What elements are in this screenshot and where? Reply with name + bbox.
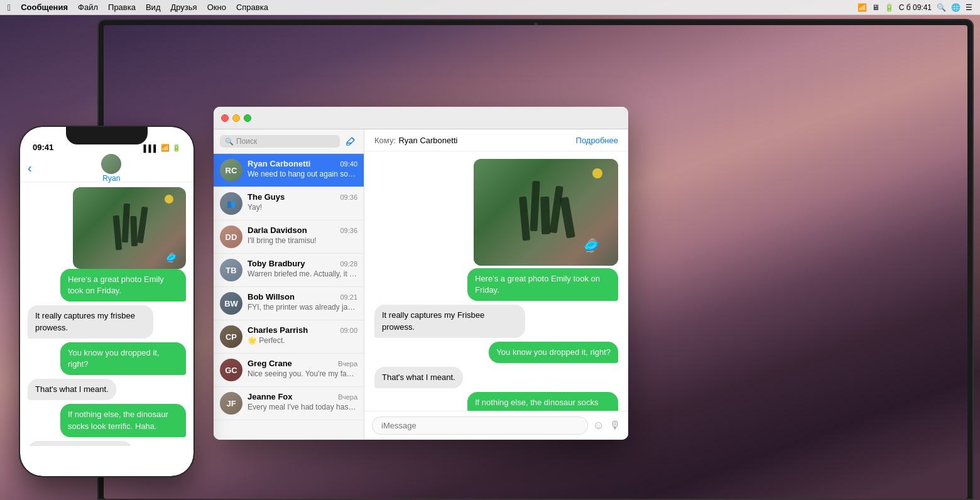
menu-bar:  Сообщения Файл Правка Вид Друзья Окно …: [0, 0, 980, 15]
conv-toby-bradbury[interactable]: TB Toby Bradbury 09:28 Warren briefed me…: [214, 254, 364, 287]
apple-menu[interactable]: : [8, 3, 11, 13]
file-menu[interactable]: Файл: [78, 3, 98, 12]
iphone-message-photo-row: Here's a great photo Emily took on Frida…: [28, 187, 186, 302]
iphone-message-row-2: You know you dropped it, right?: [28, 342, 186, 375]
message-bubble: It really captures my Frisbee prowess.: [374, 305, 525, 337]
conv-time: 09:00: [340, 327, 357, 334]
details-button[interactable]: Подробнее: [576, 136, 618, 145]
search-bar: 🔍 Поиск: [214, 129, 364, 154]
back-button[interactable]: ‹: [28, 161, 32, 175]
conv-charles-parrish[interactable]: CP Charles Parrish 09:00 🌟 Perfect.: [214, 320, 364, 354]
contact-name[interactable]: Ryan: [102, 174, 120, 183]
conv-preview: 🌟 Perfect.: [248, 336, 357, 345]
maximize-button[interactable]: [244, 114, 251, 122]
conv-name: Darla Davidson: [248, 226, 307, 235]
signal-icon: ▌▌▌: [144, 144, 158, 152]
close-button[interactable]: [221, 114, 229, 122]
iphone-bubble: If nothing else, the dinosaur socks look…: [60, 404, 186, 437]
conv-avatar: GC: [220, 359, 242, 381]
conv-avatar: 👥: [220, 192, 242, 215]
compose-button[interactable]: [344, 134, 357, 148]
iphone-message-row-1: It really captures my frisbee prowess.: [28, 305, 186, 338]
iphone-screen: 09:41 ▌▌▌ 📶 🔋 ‹ Ryan: [20, 127, 193, 476]
conv-name: Bob Willson: [248, 292, 295, 302]
conv-info: Ryan Carbonetti 09:40 We need to hang ou…: [248, 159, 357, 178]
search-input-box[interactable]: 🔍 Поиск: [220, 135, 340, 148]
conv-avatar: DD: [220, 226, 242, 248]
iphone-message-row-5: I figured you'd like those.: [28, 441, 186, 446]
conversation-list: RC Ryan Carbonetti 09:40 We need to hang…: [214, 154, 364, 440]
conv-darla-davidson[interactable]: DD Darla Davidson 09:36 I'll bring the t…: [214, 220, 364, 254]
conv-bob-willson[interactable]: BW Bob Willson 09:21 FYI, the printer wa…: [214, 287, 364, 320]
iphone-messages: Here's a great photo Emily took on Frida…: [20, 182, 193, 446]
wifi-icon: 📶: [161, 144, 170, 152]
messages-body: 🔍 Поиск RC: [214, 129, 628, 440]
message-row-received-2: That's what I meant.: [374, 367, 618, 388]
conv-ryan-carbonetti[interactable]: RC Ryan Carbonetti 09:40 We need to hang…: [214, 154, 364, 187]
to-label: Кому:: [374, 136, 396, 145]
edit-menu[interactable]: Правка: [108, 3, 136, 12]
conv-preview: Every meal I've had today has included b…: [248, 403, 357, 411]
conv-avatar: JF: [220, 392, 242, 415]
minimize-button[interactable]: [232, 114, 240, 122]
chat-input[interactable]: [372, 416, 588, 435]
conv-preview: Yay!: [248, 203, 357, 212]
app-name-menu[interactable]: Сообщения: [21, 3, 68, 12]
iphone-status-icons: ▌▌▌ 📶 🔋: [144, 144, 181, 152]
chat-area: Кому: Ryan Carbonetti Подробнее: [364, 129, 628, 440]
emoji-button[interactable]: ☺: [593, 419, 604, 432]
conv-time: Вчера: [338, 360, 357, 367]
conversations-sidebar: 🔍 Поиск RC: [214, 129, 364, 440]
audio-button[interactable]: 🎙: [609, 419, 621, 432]
iphone-message-photo: [73, 187, 186, 269]
iphone-message-row-4: If nothing else, the dinosaur socks look…: [28, 404, 186, 437]
conv-avatar: RC: [220, 159, 242, 182]
photo-content: [474, 159, 618, 266]
conv-the-guys[interactable]: 👥 The Guys 09:36 Yay!: [214, 187, 364, 220]
conv-name: Charles Parrish: [248, 325, 308, 335]
iphone-message-row-3: That's what I meant.: [28, 379, 186, 400]
message-row-received-1: It really captures my Frisbee prowess.: [374, 305, 618, 337]
search-icon[interactable]: 🔍: [937, 3, 946, 12]
iphone-bubble: You know you dropped it, right?: [60, 342, 186, 375]
conv-preview: Warren briefed me. Actually, it wasn't t…: [248, 269, 357, 278]
iphone-notch: [66, 127, 148, 144]
messages-app-window: 🔍 Поиск RC: [214, 107, 628, 440]
chat-input-area: ☺ 🎙: [364, 411, 628, 440]
battery-icon: 🔋: [885, 3, 894, 12]
iphone-bubble: Here's a great photo Emily took on Frida…: [60, 269, 186, 302]
conv-jeanne-fox[interactable]: JF Jeanne Fox Вчера Every meal I've had …: [214, 387, 364, 420]
conv-name: Greg Crane: [248, 359, 292, 368]
conv-name: Jeanne Fox: [248, 392, 293, 401]
conv-time: 09:28: [340, 260, 357, 268]
chat-header: Кому: Ryan Carbonetti Подробнее: [364, 129, 628, 151]
menubar-time: С б 09:41: [899, 3, 932, 12]
contact-header: Ryan: [37, 154, 186, 183]
message-bubble: That's what I meant.: [374, 367, 463, 388]
buddies-menu[interactable]: Друзья: [170, 3, 197, 12]
conv-greg-crane[interactable]: GC Greg Crane Вчера Nice seeing you. You…: [214, 354, 364, 387]
conv-preview: FYI, the printer was already jammed when…: [248, 303, 357, 312]
recipient-name: Ryan Carbonetti: [398, 136, 457, 145]
conv-preview: I'll bring the tiramisu!: [248, 236, 357, 245]
search-placeholder: Поиск: [236, 137, 257, 146]
notification-icon[interactable]: ☰: [966, 3, 972, 12]
contact-avatar: [101, 154, 121, 174]
window-menu[interactable]: Окно: [207, 3, 226, 12]
siri-icon[interactable]: 🌐: [951, 3, 961, 12]
message-photo: [474, 159, 618, 266]
search-icon: 🔍: [225, 138, 234, 146]
iphone-time: 09:41: [33, 143, 53, 152]
help-menu[interactable]: Справка: [236, 3, 268, 12]
message-bubble: If nothing else, the dinosaur socks look…: [467, 392, 618, 411]
view-menu[interactable]: Вид: [146, 3, 161, 12]
iphone-bubble: I figured you'd like those.: [28, 441, 133, 446]
message-row-sent-1: You know you dropped it, right?: [374, 342, 618, 363]
iphone-frame: 09:41 ▌▌▌ 📶 🔋 ‹ Ryan: [19, 126, 195, 477]
conv-preview: Nice seeing you. You're my favorite pers…: [248, 369, 357, 378]
traffic-lights: [221, 114, 251, 122]
battery-icon: 🔋: [172, 144, 181, 152]
window-titlebar: [214, 107, 628, 129]
display-icon: 🖥: [872, 3, 879, 12]
conv-name: Toby Bradbury: [248, 259, 305, 268]
